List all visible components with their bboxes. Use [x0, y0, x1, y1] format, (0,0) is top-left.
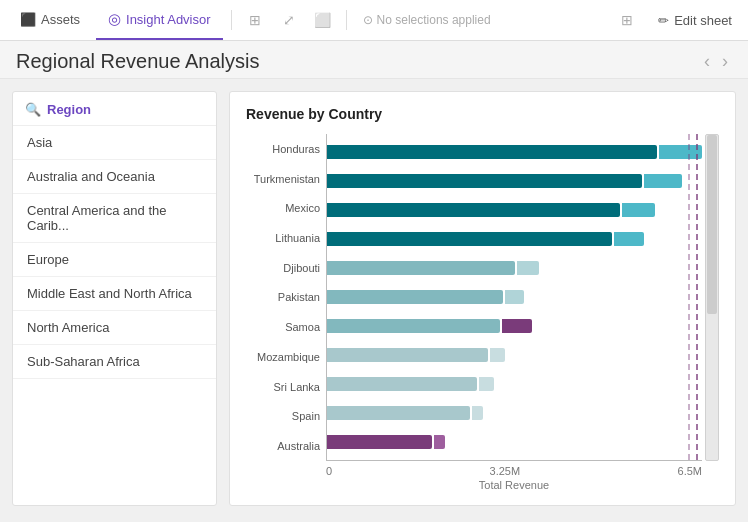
assets-icon: ⬛ [20, 12, 36, 27]
nav-buttons: ‹ › [700, 49, 732, 74]
divider [231, 10, 232, 30]
chart-container: Honduras Turkmenistan Mexico Lithuania D… [246, 134, 719, 491]
insight-advisor-icon: ◎ [108, 10, 121, 28]
chart-panel: Revenue by Country Honduras Turkmenistan… [229, 91, 736, 506]
y-label-mexico: Mexico [246, 202, 320, 214]
page-header: Regional Revenue Analysis ‹ › [0, 41, 748, 79]
y-label-pakistan: Pakistan [246, 291, 320, 303]
sidebar-item-north-america[interactable]: North America [13, 311, 216, 345]
bar-mozambique[interactable] [327, 344, 702, 366]
main-content: 🔍 Region Asia Australia and Oceania Cent… [0, 79, 748, 518]
y-label-samoa: Samoa [246, 321, 320, 333]
bar-srilanka[interactable] [327, 373, 702, 395]
sidebar-item-australia[interactable]: Australia and Oceania [13, 160, 216, 194]
x-label-0: 0 [326, 465, 332, 477]
y-axis-labels: Honduras Turkmenistan Mexico Lithuania D… [246, 134, 326, 461]
y-label-honduras: Honduras [246, 143, 320, 155]
x-axis-title: Total Revenue [326, 479, 719, 491]
no-selections-text: No selections applied [377, 13, 491, 27]
bar-spain[interactable] [327, 402, 702, 424]
sidebar-item-sub-saharan[interactable]: Sub-Saharan Africa [13, 345, 216, 379]
y-label-djibouti: Djibouti [246, 262, 320, 274]
zoom-btn[interactable]: ⤢ [274, 5, 304, 35]
sidebar-item-europe[interactable]: Europe [13, 243, 216, 277]
chart-scrollbar[interactable] [705, 134, 719, 461]
y-label-mozambique: Mozambique [246, 351, 320, 363]
no-selections-indicator: ⊙ No selections applied [355, 13, 499, 27]
toolbar: ⬛ Assets ◎ Insight Advisor ⊞ ⤢ ⬜ ⊙ No se… [0, 0, 748, 41]
select-region-btn[interactable]: ⊞ [240, 5, 270, 35]
sidebar-item-asia[interactable]: Asia [13, 126, 216, 160]
bar-honduras[interactable] [327, 141, 702, 163]
grid-icon[interactable]: ⊞ [612, 5, 642, 35]
y-label-australia: Australia [246, 440, 320, 452]
y-label-spain: Spain [246, 410, 320, 422]
bar-pakistan[interactable] [327, 286, 702, 308]
x-axis-container: 0 3.25M 6.5M Total Revenue [246, 461, 719, 491]
edit-sheet-label: Edit sheet [674, 13, 732, 28]
assets-label: Assets [41, 12, 80, 27]
sidebar-item-middle-east[interactable]: Middle East and North Africa [13, 277, 216, 311]
no-selections-icon: ⊙ [363, 13, 373, 27]
sidebar-item-central-america[interactable]: Central America and the Carib... [13, 194, 216, 243]
search-icon: 🔍 [25, 102, 41, 117]
bar-australia[interactable] [327, 431, 702, 453]
fullscreen-btn[interactable]: ⬜ [308, 5, 338, 35]
edit-sheet-button[interactable]: ✏ Edit sheet [650, 9, 740, 32]
toolbar-right: ⊞ ✏ Edit sheet [612, 5, 740, 35]
bar-samoa[interactable] [327, 315, 702, 337]
y-label-turkmenistan: Turkmenistan [246, 173, 320, 185]
bar-djibouti[interactable] [327, 257, 702, 279]
chart-title: Revenue by Country [246, 106, 719, 122]
edit-icon: ✏ [658, 13, 669, 28]
bar-mexico[interactable] [327, 199, 702, 221]
tab-insight-advisor[interactable]: ◎ Insight Advisor [96, 0, 223, 40]
x-label-325m: 3.25M [490, 465, 521, 477]
nav-back-button[interactable]: ‹ [700, 49, 714, 74]
tab-assets[interactable]: ⬛ Assets [8, 0, 92, 40]
chart-bars [327, 134, 702, 460]
insight-advisor-label: Insight Advisor [126, 12, 211, 27]
bar-lithuania[interactable] [327, 228, 702, 250]
nav-forward-button[interactable]: › [718, 49, 732, 74]
sidebar-header-label: Region [47, 102, 91, 117]
bar-turkmenistan[interactable] [327, 170, 702, 192]
y-label-lithuania: Lithuania [246, 232, 320, 244]
sidebar-header: 🔍 Region [13, 92, 216, 126]
page-title: Regional Revenue Analysis [16, 50, 700, 73]
x-label-65m: 6.5M [678, 465, 702, 477]
divider2 [346, 10, 347, 30]
scroll-thumb [707, 135, 717, 314]
sidebar: 🔍 Region Asia Australia and Oceania Cent… [12, 91, 217, 506]
y-label-srilanka: Sri Lanka [246, 381, 320, 393]
